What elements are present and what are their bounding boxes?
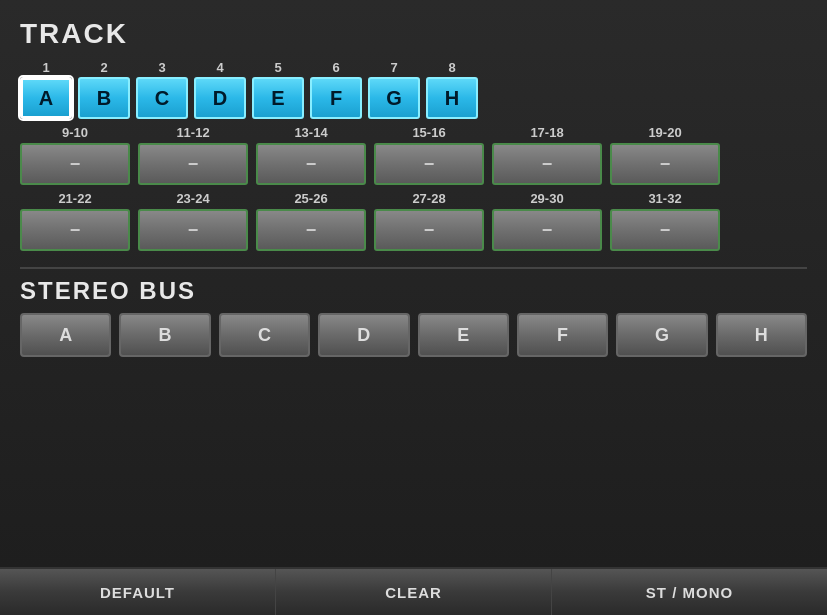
bottom-btn-clear[interactable]: CLEAR: [276, 569, 552, 615]
bottom-bar: DEFAULTCLEARST / MONO: [0, 567, 827, 615]
pair-label-17-18: 17-18: [530, 125, 563, 140]
pair-track-item-29-30: 29-30−: [492, 191, 602, 251]
pair-label-27-28: 27-28: [412, 191, 445, 206]
track-number-2: 2: [100, 60, 107, 75]
main-content: TRACK 1A2B3C4D5E6F7G8H 9-10−11-12−13-14−…: [0, 0, 827, 567]
track-btn-B[interactable]: B: [78, 77, 130, 119]
track-number-7: 7: [390, 60, 397, 75]
bus-btn-C[interactable]: C: [219, 313, 310, 357]
bus-btn-E[interactable]: E: [418, 313, 509, 357]
pair-track-item-15-16: 15-16−: [374, 125, 484, 185]
track-number-1: 1: [42, 60, 49, 75]
track-number-5: 5: [274, 60, 281, 75]
track-btn-H[interactable]: H: [426, 77, 478, 119]
pair-btn-11-12[interactable]: −: [138, 143, 248, 185]
track-btn-E[interactable]: E: [252, 77, 304, 119]
pair-btn-19-20[interactable]: −: [610, 143, 720, 185]
single-tracks-row: 1A2B3C4D5E6F7G8H: [20, 60, 807, 119]
single-track-item-2: 2B: [78, 60, 130, 119]
pair-track-item-27-28: 27-28−: [374, 191, 484, 251]
pair-btn-29-30[interactable]: −: [492, 209, 602, 251]
bus-btn-H[interactable]: H: [716, 313, 807, 357]
track-number-3: 3: [158, 60, 165, 75]
bus-buttons-row: ABCDEFGH: [20, 313, 807, 357]
pair-track-item-21-22: 21-22−: [20, 191, 130, 251]
track-btn-G[interactable]: G: [368, 77, 420, 119]
track-btn-D[interactable]: D: [194, 77, 246, 119]
pair-track-item-9-10: 9-10−: [20, 125, 130, 185]
bus-btn-B[interactable]: B: [119, 313, 210, 357]
stereo-bus-title: STEREO BUS: [20, 277, 807, 305]
track-number-8: 8: [448, 60, 455, 75]
pair-label-15-16: 15-16: [412, 125, 445, 140]
pair-tracks-row1: 9-10−11-12−13-14−15-16−17-18−19-20−: [20, 125, 807, 185]
pair-label-19-20: 19-20: [648, 125, 681, 140]
track-btn-A[interactable]: A: [20, 77, 72, 119]
pair-track-item-17-18: 17-18−: [492, 125, 602, 185]
pair-btn-17-18[interactable]: −: [492, 143, 602, 185]
track-btn-C[interactable]: C: [136, 77, 188, 119]
bus-btn-D[interactable]: D: [318, 313, 409, 357]
pair-btn-9-10[interactable]: −: [20, 143, 130, 185]
pair-btn-13-14[interactable]: −: [256, 143, 366, 185]
pair-track-item-19-20: 19-20−: [610, 125, 720, 185]
bus-btn-A[interactable]: A: [20, 313, 111, 357]
bus-btn-G[interactable]: G: [616, 313, 707, 357]
pair-label-23-24: 23-24: [176, 191, 209, 206]
single-track-item-1: 1A: [20, 60, 72, 119]
pair-track-item-31-32: 31-32−: [610, 191, 720, 251]
bottom-btn-st---mono[interactable]: ST / MONO: [552, 569, 827, 615]
pair-tracks-row2: 21-22−23-24−25-26−27-28−29-30−31-32−: [20, 191, 807, 251]
track-number-6: 6: [332, 60, 339, 75]
single-track-item-3: 3C: [136, 60, 188, 119]
pair-btn-23-24[interactable]: −: [138, 209, 248, 251]
pair-label-31-32: 31-32: [648, 191, 681, 206]
pair-label-13-14: 13-14: [294, 125, 327, 140]
pair-btn-25-26[interactable]: −: [256, 209, 366, 251]
stereo-bus-section: STEREO BUS ABCDEFGH: [20, 267, 807, 357]
pair-btn-27-28[interactable]: −: [374, 209, 484, 251]
single-track-item-7: 7G: [368, 60, 420, 119]
single-track-item-8: 8H: [426, 60, 478, 119]
single-track-item-6: 6F: [310, 60, 362, 119]
track-section: TRACK 1A2B3C4D5E6F7G8H 9-10−11-12−13-14−…: [20, 18, 807, 251]
single-track-item-5: 5E: [252, 60, 304, 119]
pair-btn-31-32[interactable]: −: [610, 209, 720, 251]
bottom-btn-default[interactable]: DEFAULT: [0, 569, 276, 615]
pair-track-item-23-24: 23-24−: [138, 191, 248, 251]
track-title: TRACK: [20, 18, 807, 50]
pair-label-11-12: 11-12: [176, 125, 209, 140]
pair-label-25-26: 25-26: [294, 191, 327, 206]
pair-label-9-10: 9-10: [62, 125, 88, 140]
bus-btn-F[interactable]: F: [517, 313, 608, 357]
pair-btn-21-22[interactable]: −: [20, 209, 130, 251]
track-btn-F[interactable]: F: [310, 77, 362, 119]
pair-label-21-22: 21-22: [58, 191, 91, 206]
pair-track-item-25-26: 25-26−: [256, 191, 366, 251]
pair-track-item-13-14: 13-14−: [256, 125, 366, 185]
pair-btn-15-16[interactable]: −: [374, 143, 484, 185]
pair-track-item-11-12: 11-12−: [138, 125, 248, 185]
single-track-item-4: 4D: [194, 60, 246, 119]
track-number-4: 4: [216, 60, 223, 75]
pair-label-29-30: 29-30: [530, 191, 563, 206]
